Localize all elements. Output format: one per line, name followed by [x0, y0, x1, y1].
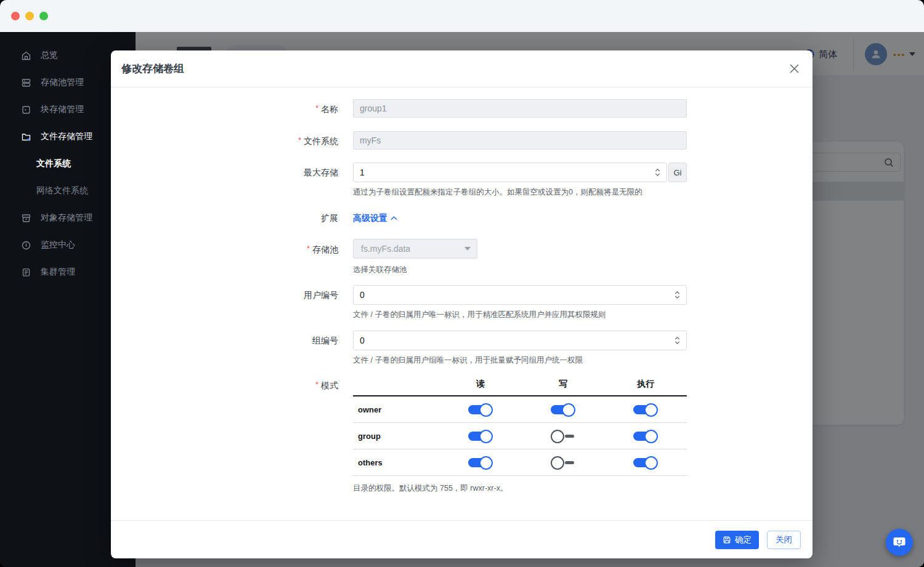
uid-help: 文件 / 子卷的归属用户唯一标识，用于精准匹配系统用户并应用其权限规则 — [353, 310, 687, 320]
sidebar-item-label: 存储池管理 — [41, 77, 84, 88]
filesystem-input[interactable] — [353, 131, 687, 150]
block-storage-icon — [21, 105, 31, 115]
toggle-others-read[interactable] — [468, 456, 493, 469]
pool-select[interactable]: fs.myFs.data — [353, 239, 477, 259]
zoom-window-button[interactable] — [39, 12, 48, 20]
close-button[interactable]: 关闭 — [767, 531, 801, 549]
required-mark: * — [298, 136, 301, 145]
gid-value[interactable] — [360, 336, 673, 345]
advanced-settings-link[interactable]: 高级设置 — [353, 211, 397, 225]
number-stepper[interactable] — [673, 290, 681, 300]
unit-addon: Gi — [668, 163, 687, 182]
save-icon — [723, 536, 731, 544]
mode-cell-write — [522, 403, 604, 416]
pool-help: 选择关联存储池 — [353, 265, 687, 275]
uid-input[interactable] — [353, 285, 687, 305]
modal-title: 修改存储卷组 — [121, 62, 184, 76]
sidebar-item-label: 总览 — [41, 50, 58, 61]
max-storage-help: 通过为子卷组设置配额来指定子卷组的大小。如果留空或设置为0，则配额将是无限的 — [353, 187, 687, 198]
help-chat-fab[interactable] — [886, 529, 913, 556]
filesystem-label: *文件系统 — [111, 131, 338, 150]
gid-input[interactable] — [353, 331, 687, 350]
cluster-icon — [21, 267, 31, 278]
chat-smiley-icon — [893, 536, 906, 549]
mode-col-write: 写 — [522, 379, 604, 390]
toggle-others-write[interactable] — [551, 456, 575, 469]
toggle-group-write[interactable] — [551, 430, 575, 443]
toggle-owner-exec[interactable] — [633, 403, 658, 416]
chevron-down-icon — [464, 247, 471, 251]
pool-select-value: fs.myFs.data — [361, 244, 410, 254]
mode-cell-read — [439, 430, 522, 443]
pool-label: *存储池 — [111, 239, 338, 259]
max-storage-label: 最大存储 — [111, 163, 338, 182]
chevron-up-icon — [391, 216, 397, 220]
mode-row-owner: owner — [353, 396, 687, 423]
mode-col-read: 读 — [439, 379, 522, 390]
mode-row-label: group — [353, 432, 439, 441]
mode-row-label: owner — [353, 405, 439, 414]
name-input[interactable] — [353, 99, 687, 118]
minimize-window-button[interactable] — [25, 12, 34, 20]
required-mark: * — [307, 244, 310, 253]
modal-footer: 确定 关闭 — [111, 520, 813, 558]
required-mark: * — [315, 104, 318, 113]
edit-volume-group-modal: 修改存储卷组 *名称 *文件系统 最大存储 — [111, 50, 813, 558]
sidebar-item-label: 网络文件系统 — [36, 185, 88, 196]
mode-table: 读 写 执行 ownergroupothers — [353, 379, 687, 476]
required-mark: * — [315, 380, 318, 389]
name-label: *名称 — [111, 99, 338, 118]
toggle-group-read[interactable] — [468, 430, 493, 443]
sidebar-item-label: 监控中心 — [41, 239, 75, 251]
number-stepper[interactable] — [673, 336, 681, 345]
uid-label: 用户编号 — [111, 285, 338, 305]
mode-row-label: others — [353, 458, 439, 467]
gid-label: 组编号 — [111, 331, 338, 350]
mode-table-body: ownergroupothers — [353, 396, 687, 476]
number-stepper[interactable] — [654, 167, 662, 177]
object-storage-icon — [21, 213, 31, 223]
mode-cell-write — [522, 430, 604, 443]
mode-col-exec: 执行 — [604, 379, 687, 390]
toggle-owner-read[interactable] — [468, 403, 493, 416]
sidebar-item-label: 集群管理 — [41, 267, 75, 278]
mode-table-header: 读 写 执行 — [353, 379, 687, 396]
mode-label: *模式 — [111, 379, 338, 392]
max-storage-value[interactable] — [360, 167, 654, 177]
mode-cell-read — [439, 403, 522, 416]
home-icon — [21, 50, 31, 61]
mode-cell-exec — [604, 403, 687, 416]
sidebar-item-label: 文件系统 — [36, 158, 71, 169]
monitor-icon — [21, 240, 31, 251]
mode-cell-read — [439, 456, 522, 469]
mode-row-others: others — [353, 449, 687, 476]
app-window: 总览 存储池管理 块存储管理 文件存储管理 文件系统 网络文件系统 — [0, 0, 924, 567]
modal-header: 修改存储卷组 — [111, 50, 813, 87]
close-window-button[interactable] — [11, 12, 20, 20]
mode-cell-exec — [604, 456, 687, 469]
mode-row-group: group — [353, 423, 687, 449]
toggle-others-exec[interactable] — [633, 456, 658, 469]
mode-cell-exec — [604, 430, 687, 443]
toggle-owner-write[interactable] — [551, 403, 575, 416]
max-storage-input[interactable] — [353, 163, 667, 182]
gid-help: 文件 / 子卷的归属用户组唯一标识，用于批量赋予同组用户统一权限 — [353, 355, 687, 366]
expand-label: 扩展 — [111, 211, 338, 225]
storage-pool-icon — [21, 78, 31, 88]
modal-body: *名称 *文件系统 最大存储 — [111, 87, 813, 520]
mode-help: 目录的权限。默认模式为 755，即 rwxr-xr-x。 — [353, 483, 687, 494]
titlebar — [0, 0, 924, 32]
confirm-button[interactable]: 确定 — [715, 531, 759, 549]
toggle-group-exec[interactable] — [633, 430, 658, 443]
sidebar-item-label: 对象存储管理 — [41, 212, 92, 223]
uid-value[interactable] — [360, 290, 673, 300]
mode-cell-write — [522, 456, 604, 469]
file-storage-icon — [21, 132, 31, 142]
close-icon[interactable] — [785, 60, 803, 78]
sidebar-item-label: 块存储管理 — [41, 104, 84, 115]
sidebar-item-label: 文件存储管理 — [41, 131, 92, 142]
